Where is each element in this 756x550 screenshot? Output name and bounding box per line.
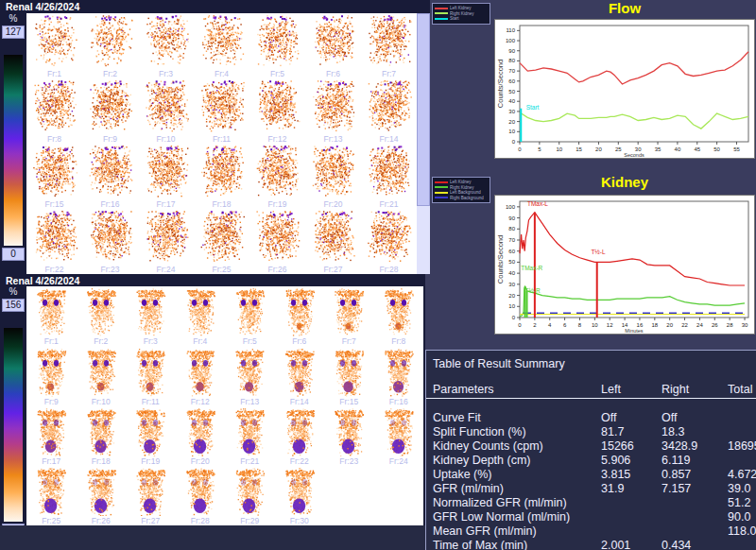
frame-thumbnail[interactable]: Fr:26 bbox=[77, 466, 127, 525]
frame-thumbnail[interactable]: Fr:2 bbox=[77, 286, 127, 346]
frame-thumbnail[interactable]: Fr:23 bbox=[82, 209, 138, 274]
column-header: Right bbox=[662, 382, 728, 398]
parameter-value bbox=[662, 496, 728, 510]
frame-thumbnail[interactable]: Fr:30 bbox=[275, 466, 325, 525]
frame-thumbnail[interactable]: Fr:6 bbox=[305, 13, 361, 78]
frame-thumbnail[interactable]: Fr:4 bbox=[176, 286, 226, 346]
frame-thumbnail[interactable]: Fr:23 bbox=[324, 406, 374, 466]
svg-text:20: 20 bbox=[595, 146, 602, 152]
frame-label: Fr:19 bbox=[268, 199, 287, 209]
frame-thumbnail[interactable]: Fr:10 bbox=[77, 346, 127, 405]
renal-frame-image bbox=[29, 468, 73, 516]
frame-label: Fr:21 bbox=[380, 199, 399, 209]
table-row: Kidney Depth (cm)5.9066.119 bbox=[426, 454, 756, 468]
frame-thumbnail[interactable]: Fr:28 bbox=[176, 466, 226, 525]
renal-frame-image bbox=[79, 408, 123, 456]
frame-thumbnail[interactable]: Fr:18 bbox=[194, 144, 249, 209]
frame-thumbnail[interactable]: Fr:1 bbox=[26, 13, 82, 78]
frame-thumbnail[interactable]: Fr:16 bbox=[82, 144, 138, 209]
flow-chart-legend: Left KidneyRight KidneyStart bbox=[432, 3, 490, 25]
frame-thumbnail[interactable]: Fr:28 bbox=[361, 209, 417, 274]
renal-frame-image bbox=[228, 288, 271, 336]
scale-max-value[interactable]: 156 bbox=[2, 299, 25, 312]
frame-thumbnail[interactable]: Fr:10 bbox=[138, 78, 194, 144]
parameter-name: Mean GFR (ml/min) bbox=[433, 524, 601, 539]
frame-thumbnail[interactable]: Fr:22 bbox=[275, 406, 325, 466]
scale-min-value[interactable]: 0 bbox=[2, 248, 25, 261]
frame-label: Fr:12 bbox=[191, 397, 210, 406]
frame-thumbnail[interactable]: Fr:19 bbox=[126, 406, 176, 466]
frame-thumbnail[interactable]: Fr:14 bbox=[275, 346, 325, 405]
frame-label: Fr:9 bbox=[44, 397, 59, 406]
frame-thumbnail[interactable]: Fr:26 bbox=[249, 209, 305, 274]
frame-thumbnail[interactable]: Fr:4 bbox=[194, 13, 249, 78]
renal-frame-image bbox=[179, 349, 222, 397]
frame-thumbnail[interactable]: Fr:2 bbox=[82, 13, 138, 78]
svg-text:T½-R: T½-R bbox=[525, 287, 541, 294]
frame-thumbnail[interactable]: Fr:8 bbox=[374, 286, 424, 346]
frame-thumbnail[interactable]: Fr:11 bbox=[194, 78, 249, 144]
frame-thumbnail[interactable]: Fr:21 bbox=[361, 144, 417, 209]
colormap-bar bbox=[4, 55, 23, 246]
frame-thumbnail[interactable]: Fr:15 bbox=[26, 144, 82, 209]
svg-text:110: 110 bbox=[506, 27, 515, 33]
frame-thumbnail[interactable]: Fr:7 bbox=[361, 13, 417, 78]
parameter-name: Split Function (%) bbox=[433, 425, 601, 439]
scale-max-value[interactable]: 127 bbox=[2, 26, 25, 39]
frame-thumbnail[interactable]: Fr:17 bbox=[26, 406, 77, 466]
frame-label: Fr:14 bbox=[290, 397, 309, 406]
frame-thumbnail[interactable]: Fr:13 bbox=[305, 78, 361, 144]
frame-thumbnail[interactable]: Fr:8 bbox=[26, 78, 82, 144]
flow-frame-image bbox=[363, 146, 416, 199]
frame-label: Fr:19 bbox=[141, 456, 160, 466]
frame-label: Fr:2 bbox=[94, 336, 108, 346]
svg-text:Start: Start bbox=[526, 104, 540, 111]
frame-thumbnail[interactable]: Fr:15 bbox=[324, 346, 374, 405]
frame-thumbnail[interactable]: Fr:7 bbox=[324, 286, 374, 346]
frame-thumbnail[interactable]: Fr:12 bbox=[176, 346, 226, 405]
parameter-name: Kidney Depth (cm) bbox=[433, 454, 601, 468]
frame-thumbnail[interactable]: Fr:27 bbox=[305, 209, 361, 274]
frame-thumbnail[interactable]: Fr:12 bbox=[249, 78, 305, 144]
frame-thumbnail[interactable]: Fr:11 bbox=[126, 346, 176, 405]
frame-thumbnail[interactable]: Fr:18 bbox=[77, 406, 127, 466]
frame-thumbnail[interactable]: Fr:22 bbox=[26, 209, 82, 274]
frame-thumbnail[interactable]: Fr:3 bbox=[138, 13, 194, 78]
frame-thumbnail[interactable]: Fr:9 bbox=[26, 346, 77, 405]
frame-thumbnail[interactable]: Fr:21 bbox=[225, 406, 275, 466]
svg-text:60: 60 bbox=[508, 249, 515, 254]
frame-thumbnail[interactable]: Fr:25 bbox=[194, 209, 249, 274]
frame-thumbnail[interactable]: Fr:5 bbox=[225, 286, 275, 346]
parameter-value: 3428.9 bbox=[662, 439, 728, 454]
frame-thumbnail[interactable]: Fr:5 bbox=[249, 13, 305, 78]
frame-label: Fr:1 bbox=[47, 69, 61, 78]
frame-thumbnail[interactable]: Fr:14 bbox=[361, 78, 417, 144]
frame-thumbnail[interactable]: Fr:27 bbox=[126, 466, 176, 525]
frame-thumbnail[interactable]: Fr:29 bbox=[225, 466, 275, 525]
frame-thumbnail[interactable]: Fr:20 bbox=[176, 406, 226, 466]
frame-thumbnail[interactable]: Fr:17 bbox=[138, 144, 194, 209]
svg-text:2: 2 bbox=[533, 322, 537, 328]
frame-thumbnail[interactable]: Fr:9 bbox=[82, 78, 138, 144]
flow-frame-image bbox=[28, 146, 81, 199]
frame-thumbnail[interactable]: Fr:3 bbox=[126, 286, 176, 346]
frame-thumbnail[interactable]: Fr:24 bbox=[138, 209, 194, 274]
parameter-value bbox=[601, 510, 662, 524]
frame-thumbnail[interactable]: Fr:1 bbox=[26, 286, 77, 346]
frame-thumbnail[interactable]: Fr:25 bbox=[26, 466, 77, 525]
frame-thumbnail[interactable]: Fr:20 bbox=[305, 144, 361, 209]
frame-thumbnail[interactable]: Fr:13 bbox=[225, 346, 275, 405]
frame-thumbnail[interactable]: Fr:24 bbox=[374, 406, 424, 466]
parameter-value: 3.815 bbox=[601, 468, 662, 482]
flow-frame-image bbox=[140, 80, 193, 134]
flow-frame-image bbox=[196, 146, 249, 199]
renal-frame-image bbox=[278, 288, 321, 336]
flow-frame-image bbox=[196, 211, 249, 265]
frame-thumbnail[interactable]: Fr:6 bbox=[275, 286, 325, 346]
table-row: Kidney Counts (cpm)152663428.918695 bbox=[426, 439, 756, 454]
parameter-value: 0.434 bbox=[662, 539, 728, 550]
frame-thumbnail[interactable]: Fr:19 bbox=[249, 144, 305, 209]
frame-thumbnail[interactable]: Fr:16 bbox=[374, 346, 424, 405]
legend-swatch bbox=[435, 197, 448, 198]
frame-label: Fr:17 bbox=[42, 456, 60, 466]
